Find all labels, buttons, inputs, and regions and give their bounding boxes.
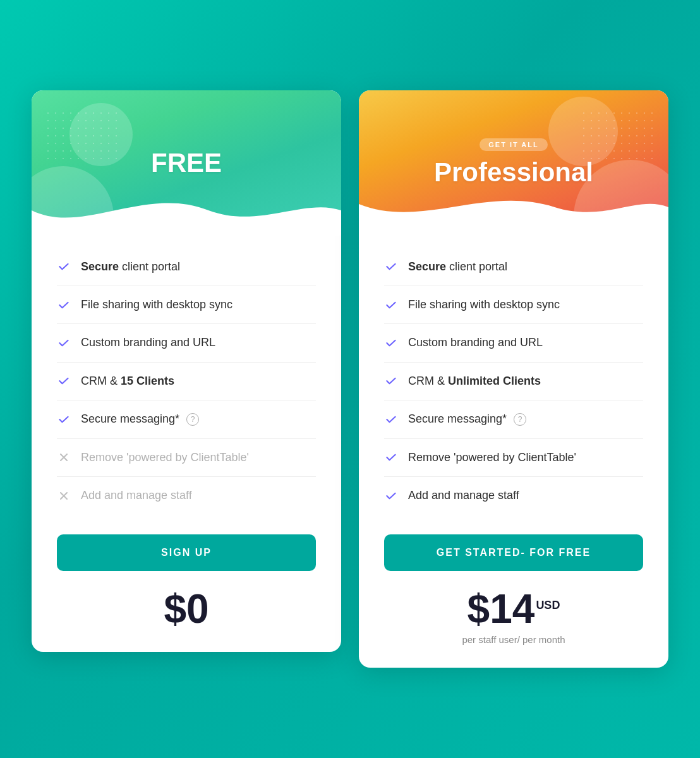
free-cta-button[interactable]: SIGN UP [57, 534, 316, 571]
circle-decor-2 [69, 103, 133, 166]
check-icon [384, 412, 398, 426]
list-item: CRM & 15 Clients [57, 363, 316, 400]
list-item: File sharing with desktop sync [384, 286, 643, 324]
check-icon [384, 450, 398, 464]
free-card-body: Secure client portal File sharing with d… [32, 236, 341, 653]
feature-text: Secure client portal [81, 260, 180, 274]
list-item: Secure messaging* ? [384, 400, 643, 438]
list-item: Remove 'powered by ClientTable' [384, 439, 643, 477]
circle-decor-2 [548, 97, 618, 166]
feature-text: Remove 'powered by ClientTable' [408, 450, 576, 465]
pro-price-sub: per staff user/ per month [384, 634, 643, 645]
feature-text: File sharing with desktop sync [81, 298, 232, 312]
free-card-header: FREE [32, 90, 341, 236]
feature-text: Custom branding and URL [81, 335, 215, 350]
pro-price: $14USD [384, 589, 643, 629]
check-icon [57, 412, 71, 426]
pro-card-header: GET IT ALL Professional [359, 90, 668, 236]
feature-text: Secure messaging* ? [408, 412, 526, 426]
check-icon [384, 298, 398, 312]
feature-text: Add and manage staff [408, 488, 519, 503]
list-item: Remove 'powered by ClientTable' [57, 439, 316, 477]
pro-price-area: $14USD per staff user/ per month [384, 589, 643, 645]
pro-plan-card: GET IT ALL Professional Secure client po… [359, 90, 668, 668]
check-icon [57, 374, 71, 388]
feature-text: CRM & 15 Clients [81, 374, 174, 388]
pro-cta-button[interactable]: GET STARTED- FOR FREE [384, 534, 643, 571]
list-item: Secure messaging* ? [57, 400, 316, 438]
list-item: Add and manage staff [57, 477, 316, 514]
cross-icon [57, 489, 71, 503]
free-price: $0 [57, 589, 316, 629]
feature-text: Custom branding and URL [408, 335, 543, 350]
pro-feature-list: Secure client portal File sharing with d… [384, 248, 643, 515]
feature-text: Add and manage staff [81, 488, 192, 503]
list-item: Custom branding and URL [57, 324, 316, 362]
check-icon [384, 336, 398, 350]
check-icon [384, 260, 398, 274]
pro-badge: GET IT ALL [480, 138, 547, 151]
feature-text: File sharing with desktop sync [408, 298, 560, 312]
list-item: CRM & Unlimited Clients [384, 363, 643, 400]
help-icon[interactable]: ? [514, 413, 526, 426]
list-item: Custom branding and URL [384, 324, 643, 362]
list-item: Add and manage staff [384, 477, 643, 514]
list-item: Secure client portal [57, 248, 316, 286]
feature-text: Secure client portal [408, 260, 507, 274]
list-item: Secure client portal [384, 248, 643, 286]
check-icon [57, 298, 71, 312]
check-icon [57, 336, 71, 350]
list-item: File sharing with desktop sync [57, 286, 316, 324]
free-plan-title: FREE [151, 148, 222, 178]
feature-text: CRM & Unlimited Clients [408, 374, 541, 388]
pro-plan-title: Professional [434, 157, 593, 188]
free-plan-card: FREE Secure client portal [32, 90, 341, 653]
cross-icon [57, 450, 71, 464]
check-icon [384, 489, 398, 503]
pro-price-usd: USD [536, 599, 560, 611]
free-feature-list: Secure client portal File sharing with d… [57, 248, 316, 515]
help-icon[interactable]: ? [186, 413, 199, 426]
pricing-container: FREE Secure client portal [6, 52, 694, 706]
free-price-area: $0 [57, 589, 316, 629]
pro-card-body: Secure client portal File sharing with d… [359, 236, 668, 668]
feature-text: Remove 'powered by ClientTable' [81, 450, 249, 465]
check-icon [384, 374, 398, 388]
feature-text: Secure messaging* ? [81, 412, 199, 426]
check-icon [57, 260, 71, 274]
